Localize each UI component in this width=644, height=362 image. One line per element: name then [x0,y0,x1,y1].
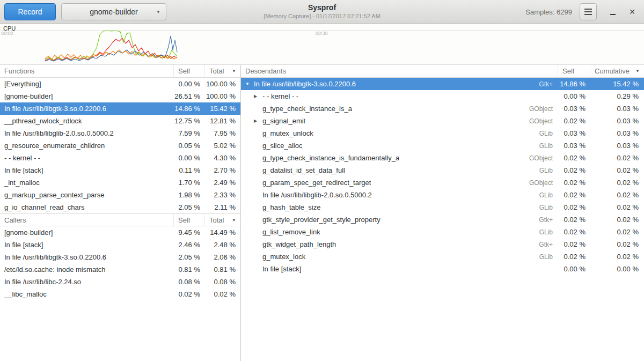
menu-button[interactable] [580,3,597,20]
table-row[interactable]: In file /usr/lib/libglib-2.0.so.0.5000.2… [0,127,240,139]
column-header-cumulative[interactable]: Cumulative ▼ [590,65,644,77]
self-percent: 0.03 % [558,142,590,150]
self-percent: 0.02 % [558,228,590,236]
cumulative-percent: 0.02 % [590,240,644,248]
tree-row[interactable]: g_datalist_id_set_data_fullGLib0.02 %0.0… [241,164,644,176]
library-badge: GLib [534,253,558,261]
function-name: g_type_check_instance_is_fundamentally_a [262,154,399,162]
table-row[interactable]: In file [stack]2.46 %2.48 % [0,239,240,251]
function-name: __libc_malloc [0,290,174,298]
table-row[interactable]: __pthread_rwlock_rdlock12.75 %12.81 % [0,115,240,127]
table-row[interactable]: [Everything]0.00 %100.00 % [0,78,240,90]
self-percent: 0.02 % [558,253,590,261]
table-row[interactable]: In file /usr/lib/libc-2.24.so0.08 %0.08 … [0,276,240,288]
function-name: In file [stack] [0,166,174,174]
expander-right-icon[interactable]: ▶ [254,94,262,99]
descendant-name-cell: g_type_check_instance_is_aGObject [241,105,558,113]
minimize-button[interactable] [609,8,617,16]
total-percent: 4.30 % [205,154,240,162]
table-row[interactable]: In file /usr/lib/libgtk-3.so.0.2200.62.0… [0,251,240,263]
self-percent: 0.03 % [558,105,590,113]
self-percent: 0.81 % [174,265,205,274]
tree-row[interactable]: In file /usr/lib/libglib-2.0.so.0.5000.2… [241,189,644,201]
column-header-callers[interactable]: Callers [0,214,174,226]
cumulative-percent: 0.02 % [590,253,644,261]
self-percent: 26.51 % [174,92,205,100]
column-header-self[interactable]: Self [558,65,590,77]
expander-right-icon[interactable]: ▶ [254,119,262,123]
library-badge: Gtk+ [533,80,558,88]
column-header-self[interactable]: Self [174,214,205,226]
tree-row[interactable]: ▶- - kernel - -0.00 %0.29 % [241,90,644,102]
library-badge: Gtk+ [533,241,558,248]
library-badge: GLib [534,167,558,174]
library-badge: GLib [534,204,558,211]
cpu-graph-panel[interactable]: CPU 00:00 00:30 [0,24,644,65]
table-row[interactable]: g_resource_enumerate_children0.05 %5.02 … [0,139,240,152]
left-pane: Functions Self Total ▼ [Everything]0.00 … [0,65,241,361]
library-badge: GLib [534,191,558,199]
tree-row[interactable]: g_mutex_unlockGLib0.03 %0.03 % [241,127,644,139]
table-row[interactable]: g_markup_parse_context_parse1.98 %2.33 % [0,189,240,201]
function-name: - - kernel - - [0,154,174,162]
tree-row[interactable]: g_mutex_lockGLib0.02 %0.02 % [241,250,644,263]
self-percent: 1.98 % [174,191,205,199]
column-header-functions[interactable]: Functions [0,65,174,77]
capture-subtitle: [Memory Capture] - 01/17/2017 07:21:52 A… [264,13,380,20]
descendants-table: Descendants Self Cumulative ▼ ▼In file /… [241,65,644,361]
function-name: In file /usr/lib/libgtk-3.so.0.2200.6 [0,105,174,113]
function-name: In file [stack] [0,241,174,249]
table-row[interactable]: __libc_malloc0.02 %0.02 % [0,288,240,300]
expander-down-icon[interactable]: ▼ [245,82,254,86]
window-controls: ✕ [609,8,636,16]
sort-descending-icon: ▼ [232,69,236,73]
function-name: [Everything] [0,80,174,88]
self-percent: 0.03 % [558,129,590,137]
self-percent: 0.02 % [558,179,590,187]
table-row[interactable]: _int_malloc1.70 %2.49 % [0,176,240,189]
column-header-total[interactable]: Total ▼ [205,65,240,77]
total-percent: 2.11 % [205,203,240,211]
table-row[interactable]: In file [stack]0.11 %2.70 % [0,164,240,176]
column-header-descendants[interactable]: Descendants [241,65,558,77]
function-name: [gnome-builder] [0,92,174,100]
tree-row[interactable]: In file [stack]0.00 %0.00 % [241,263,644,275]
descendant-name-cell: In file [stack] [241,265,558,273]
tree-row[interactable]: gtk_style_provider_get_style_propertyGtk… [241,213,644,226]
total-percent: 15.42 % [205,105,240,113]
cumulative-percent: 0.02 % [590,154,644,162]
tree-row[interactable]: ▶g_signal_emitGObject0.02 %0.03 % [241,115,644,127]
table-row[interactable]: g_io_channel_read_chars2.05 %2.11 % [0,201,240,213]
column-header-cumulative-label: Cumulative [595,67,630,75]
column-header-self[interactable]: Self [174,65,205,77]
record-button[interactable]: Record [4,3,56,20]
tree-row[interactable]: gtk_widget_path_lengthGtk+0.02 %0.02 % [241,238,644,250]
close-button[interactable]: ✕ [628,8,636,16]
function-name: g_slice_alloc [262,142,302,150]
self-percent: 7.59 % [174,129,205,137]
column-header-total[interactable]: Total ▼ [205,214,240,226]
self-percent: 0.00 % [174,154,205,162]
target-select[interactable]: gnome-builder ▼ [61,3,166,20]
table-row[interactable]: - - kernel - -0.00 %4.30 % [0,152,240,164]
tree-row[interactable]: g_type_check_instance_is_aGObject0.03 %0… [241,102,644,115]
function-name: /etc/ld.so.cache: inode mismatch [0,265,174,274]
table-row[interactable]: In file /usr/lib/libgtk-3.so.0.2200.614.… [0,102,240,115]
total-percent: 0.02 % [205,290,240,298]
tree-row[interactable]: ▼In file /usr/lib/libgtk-3.so.0.2200.6Gt… [241,78,644,90]
sort-descending-icon: ▼ [232,218,236,223]
samples-count: Samples: 6299 [525,8,572,16]
header-bar: Record gnome-builder ▼ Sysprof [Memory C… [0,0,644,24]
total-percent: 0.81 % [205,265,240,274]
tree-row[interactable]: g_hash_table_sizeGLib0.02 %0.02 % [241,201,644,213]
table-row[interactable]: [gnome-builder]26.51 %100.00 % [0,90,240,102]
table-row[interactable]: /etc/ld.so.cache: inode mismatch0.81 %0.… [0,263,240,276]
tree-row[interactable]: g_type_check_instance_is_fundamentally_a… [241,152,644,164]
tree-row[interactable]: g_param_spec_get_redirect_targetGObject0… [241,176,644,189]
callers-rows: [gnome-builder]9.45 %14.49 %In file [sta… [0,226,240,300]
tree-row[interactable]: g_slice_allocGLib0.03 %0.03 % [241,139,644,152]
tree-row[interactable]: g_list_remove_linkGLib0.02 %0.02 % [241,226,644,238]
self-percent: 0.00 % [558,92,590,100]
table-row[interactable]: [gnome-builder]9.45 %14.49 % [0,226,240,239]
functions-header-row: Functions Self Total ▼ [0,65,240,78]
